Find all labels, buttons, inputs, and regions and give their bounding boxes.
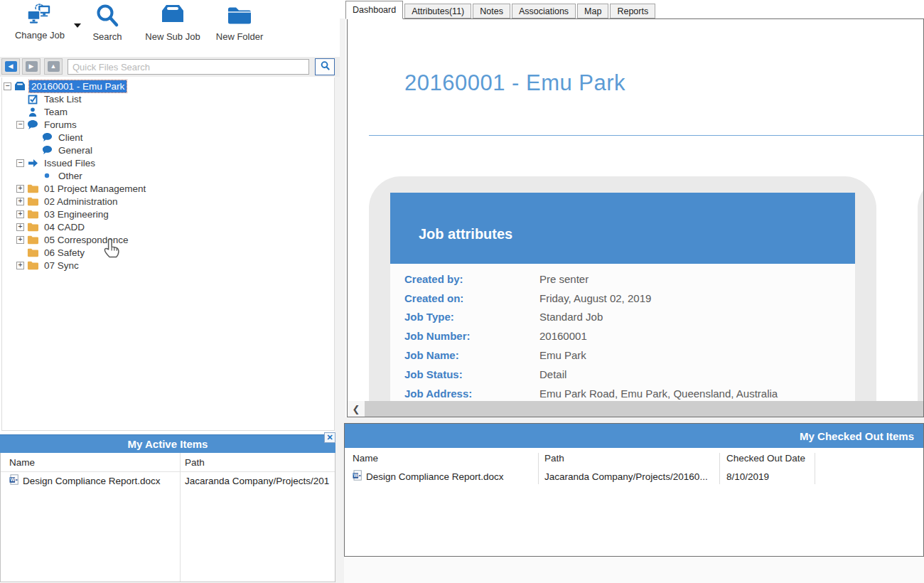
column-divider [815,453,815,484]
job-box-icon [14,80,26,92]
speech-bubble-icon [27,119,38,130]
tree-item-06-safety[interactable]: 06 Safety [2,246,334,259]
my-checked-out-items-title: My Checked Out Items [800,430,914,442]
tree-item-07-sync[interactable]: 07 Sync [2,259,334,272]
attribute-row: Job Status: Detail [390,365,855,384]
collapse-icon[interactable] [16,159,24,167]
attribute-row: Job Type: Standard Job [390,308,855,327]
folder-icon [27,196,38,207]
change-job-dropdown-caret-icon[interactable] [74,23,81,28]
expand-icon[interactable] [16,223,24,231]
new-folder-icon [225,3,254,28]
quick-search-go-button[interactable] [315,58,335,75]
column-header-path[interactable]: Path [180,457,335,468]
svg-text:W: W [353,473,358,478]
tab-attributes[interactable]: Attributes(11) [404,4,471,18]
expand-icon[interactable] [16,262,24,269]
my-active-items-panel: My Active Items ✕ Name Path W Design Com… [0,434,335,582]
job-attributes-card-title: Job attributes [419,226,512,242]
job-tree: 20160001 - Emu Park Task List Team Forum… [1,77,335,431]
expand-icon[interactable] [16,198,24,205]
attribute-label: Job Address: [390,387,539,400]
job-attributes-card: Job attributes Created by: Pre senter Cr… [369,176,876,417]
forward-arrow-icon: ▶ [26,61,38,72]
collapse-icon[interactable] [4,82,11,90]
attribute-value: Friday, August 02, 2019 [539,292,855,304]
horizontal-scrollbar: ❮ [348,401,923,417]
search-label: Search [92,31,122,42]
change-job-label: Change Job [15,30,65,41]
search-icon [95,3,120,28]
new-folder-button[interactable]: New Folder [213,3,266,42]
speech-bubble-icon [41,144,53,156]
attribute-row: Job Address: Emu Park Road, Emu Park, Qu… [390,384,855,403]
column-header-name[interactable]: Name [345,453,538,464]
my-active-items-title: My Active Items [128,438,208,450]
column-header-path[interactable]: Path [538,453,719,464]
nav-back-button[interactable]: ◀ [1,58,20,75]
table-row[interactable]: W Design Compliance Report.docx Jacarand… [1,472,335,489]
expand-icon[interactable] [16,185,24,193]
dot-icon [41,170,53,181]
tree-item-team[interactable]: Team [2,105,334,118]
svg-text:W: W [10,477,15,482]
tree-item-client[interactable]: Client [2,131,334,144]
tree-item-01-project-management[interactable]: 01 Project Management [2,182,334,195]
tree-item-job-root[interactable]: 20160001 - Emu Park [2,80,334,92]
change-job-button[interactable]: Change Job [13,3,67,41]
tab-dashboard[interactable]: Dashboard [345,1,403,19]
folder-icon [27,183,38,194]
tree-item-forums[interactable]: Forums [2,118,334,131]
quick-files-search-input[interactable] [68,59,309,75]
expand-icon[interactable] [16,236,24,244]
column-header-date[interactable]: Checked Out Date [719,453,815,464]
word-document-icon: W [353,470,362,483]
new-folder-label: New Folder [216,31,263,42]
attribute-row: Created by: Pre senter [390,269,855,289]
job-attributes-card-body: Created by: Pre senter Created on: Frida… [390,264,855,417]
scrollbar-thumb[interactable] [365,401,923,417]
table-header-row: Name Path [1,453,335,472]
checked-out-date: 8/10/2019 [719,471,815,482]
tab-associations[interactable]: Associations [512,4,576,18]
attribute-value: Standard Job [539,311,855,323]
column-divider [180,453,181,582]
panel-gap [345,417,924,423]
tab-map[interactable]: Map [577,4,608,18]
nav-forward-button[interactable]: ▶ [22,58,41,75]
file-name: Design Compliance Report.docx [366,471,504,482]
main-toolbar: Change Job Search New Sub Job [0,0,340,57]
column-divider [719,453,720,484]
expand-icon[interactable] [16,210,24,218]
tree-item-issued-files[interactable]: Issued Files [2,156,334,169]
tab-notes[interactable]: Notes [473,4,510,18]
table-row[interactable]: W Design Compliance Report.docx Jacarand… [345,468,923,485]
navigation-bar: ◀ ▶ ▲ [0,57,340,77]
tab-reports[interactable]: Reports [610,4,655,18]
tree-item-05-correspondence[interactable]: 05 Correspondence [2,233,334,246]
attribute-label: Job Type: [390,311,539,323]
search-button[interactable]: Search [87,3,127,42]
close-icon[interactable]: ✕ [324,432,335,443]
tree-item-02-administration[interactable]: 02 Administration [2,195,334,208]
tree-item-03-engineering[interactable]: 03 Engineering [2,208,334,220]
nav-up-button[interactable]: ▲ [44,58,63,75]
my-active-items-header: My Active Items [0,434,335,453]
new-sub-job-label: New Sub Job [145,31,200,42]
tree-item-task-list[interactable]: Task List [2,92,334,105]
new-sub-job-button[interactable]: New Sub Job [142,3,203,42]
folder-icon [27,234,38,245]
scroll-left-arrow-icon[interactable]: ❮ [348,401,365,417]
application-window: Change Job Search New Sub Job [0,0,924,583]
attribute-row: Created on: Friday, August 02, 2019 [390,289,855,308]
column-header-name[interactable]: Name [1,457,180,468]
tree-item-other[interactable]: Other [2,169,334,182]
word-document-icon: W [9,474,18,487]
my-active-items-table: Name Path W Design Compliance Report.doc… [0,453,335,582]
tree-item-04-cadd[interactable]: 04 CADD [2,220,334,233]
tree-item-general[interactable]: General [2,144,334,156]
file-name: Design Compliance Report.docx [23,476,161,486]
arrow-right-icon [27,157,38,169]
file-path: Jacaranda Company/Projects/201 [180,476,335,486]
collapse-icon[interactable] [16,121,24,129]
